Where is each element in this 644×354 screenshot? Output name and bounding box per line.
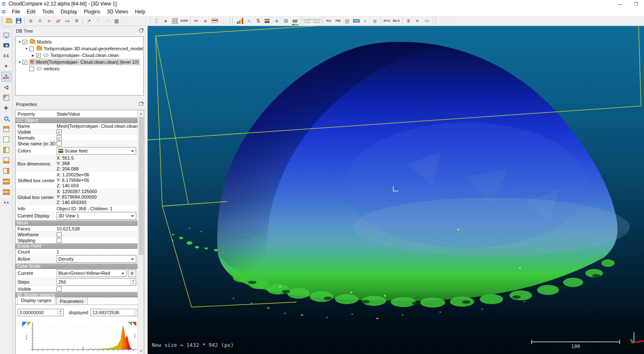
pick-rotation-center-button[interactable]: + bbox=[1, 61, 11, 71]
colors-combobox[interactable]: Scalar field bbox=[57, 147, 136, 155]
checkbox[interactable] bbox=[57, 141, 62, 146]
tree-checkbox[interactable]: ✓ bbox=[36, 53, 41, 58]
current-combobox[interactable]: Blue>Green>Yellow>Red bbox=[57, 269, 127, 277]
float-panel-icon[interactable] bbox=[139, 102, 143, 106]
canupo-classify-button[interactable]: CANUPOClassify bbox=[312, 16, 321, 26]
tree-item[interactable]: ▶✓Torbjornskjaer- Cloud.clean.clean bbox=[16, 52, 143, 59]
spline-tool-button[interactable]: S bbox=[404, 16, 413, 26]
checkbox[interactable] bbox=[57, 232, 62, 237]
spinner-arrows[interactable]: ▲▼ bbox=[57, 309, 63, 316]
menu-edit[interactable]: Edit bbox=[23, 8, 39, 16]
display-settings-button[interactable] bbox=[1, 30, 11, 40]
mesh-sphere-tool-button[interactable]: ◉ bbox=[370, 16, 379, 26]
tree-checkbox[interactable] bbox=[29, 67, 34, 71]
sf-range-min-spinbox[interactable]: 3.00000000 ▲▼ bbox=[18, 309, 64, 316]
label-connected-components-button[interactable] bbox=[170, 16, 179, 26]
clone-entity-button[interactable]: ⇄ bbox=[54, 16, 63, 26]
checkbox[interactable] bbox=[57, 287, 62, 292]
add-point-button[interactable]: + bbox=[44, 16, 54, 26]
previous-camera-button[interactable]: ◁ bbox=[1, 82, 11, 92]
subsample-cloud-button[interactable]: ∴ bbox=[103, 16, 112, 26]
scroll-down-arrow[interactable]: ▼ bbox=[138, 348, 144, 354]
tree-checkbox[interactable]: ✓ bbox=[23, 40, 27, 44]
mls-smoothing-button[interactable]: MLS bbox=[392, 16, 401, 26]
sf-tools-button[interactable]: SF bbox=[291, 16, 300, 26]
checkbox[interactable]: ✓ bbox=[57, 129, 62, 134]
compute-octree-button[interactable]: ▦ bbox=[112, 16, 121, 26]
render-canvas[interactable] bbox=[148, 26, 644, 354]
view-top-button[interactable] bbox=[1, 124, 11, 134]
pan-view-button[interactable]: ✛ bbox=[1, 103, 11, 113]
spline-fit-button[interactable]: S. bbox=[413, 16, 422, 26]
apply-transformation-button[interactable]: ↦ bbox=[63, 16, 72, 26]
tree-expander-icon[interactable]: ▼ bbox=[24, 47, 29, 51]
current-display-combobox[interactable]: 3D View 1 bbox=[57, 212, 136, 220]
properties-scrollbar[interactable]: ▲ ▼ bbox=[138, 110, 144, 354]
tab-parameters[interactable]: Parameters bbox=[56, 297, 88, 305]
menu-help[interactable]: Help bbox=[132, 8, 149, 16]
rotate-view-button[interactable]: + bbox=[201, 16, 210, 26]
tree-item[interactable]: ▼Torbjornskjaer-3D-manual-georeferenced_… bbox=[16, 45, 143, 52]
tree-item[interactable]: ▼✓Mesh[Torbjornskjaer- Cloud.clean.clean… bbox=[16, 59, 143, 65]
screenshot-button[interactable] bbox=[1, 40, 11, 50]
csv-export-button[interactable]: CSV bbox=[352, 16, 361, 26]
perspective-view-button[interactable] bbox=[1, 93, 11, 103]
global-zoom-button[interactable]: ⊕ bbox=[26, 16, 35, 26]
toolbar-drag-handle[interactable] bbox=[232, 17, 234, 25]
tree-expander-icon[interactable]: ▶ bbox=[31, 54, 36, 57]
view-iso-button[interactable] bbox=[1, 134, 11, 145]
restore-button[interactable]: ❐ bbox=[628, 0, 644, 8]
scrollbar-thumb[interactable] bbox=[139, 117, 143, 255]
stereo-mode-button[interactable] bbox=[1, 197, 11, 207]
tree-item-row[interactable]: Torbjornskjaer- Cloud.clean.clean bbox=[42, 52, 120, 59]
canupo-create-button[interactable]: CANUPOCreate bbox=[303, 16, 312, 26]
open-file-button[interactable] bbox=[5, 16, 14, 26]
sf-gaussian-filter-button[interactable]: ∿ bbox=[244, 16, 254, 26]
show-histogram-button[interactable] bbox=[235, 16, 244, 26]
tree-item-row[interactable]: Mesh[Torbjornskjaer- Cloud.clean.clean] … bbox=[29, 59, 140, 65]
toolbar-drag-handle[interactable] bbox=[2, 17, 4, 25]
sf-add-button[interactable]: + bbox=[272, 16, 281, 26]
toolbar-drag-handle[interactable] bbox=[3, 27, 10, 29]
active-combobox[interactable]: Density bbox=[57, 255, 136, 263]
menu-tools[interactable]: Tools bbox=[39, 8, 57, 16]
menu-file[interactable]: File bbox=[8, 8, 23, 16]
tree-checkbox[interactable] bbox=[29, 47, 34, 51]
zoom-1-1-button[interactable]: 1:1 bbox=[1, 51, 11, 61]
toolbar-drag-handle[interactable] bbox=[435, 17, 437, 25]
minimize-button[interactable]: — bbox=[612, 0, 628, 8]
checkbox[interactable]: ✓ bbox=[57, 135, 62, 140]
steps-spinbox[interactable]: 256▲▼ bbox=[57, 278, 136, 286]
view-front-button[interactable]: FRONT bbox=[1, 176, 11, 186]
delete-scalar-field-button[interactable] bbox=[263, 16, 272, 26]
float-panel-icon[interactable] bbox=[139, 29, 143, 32]
view-left-button[interactable] bbox=[1, 145, 11, 155]
sf-arithmetic-button[interactable]: ⊞ bbox=[281, 16, 291, 26]
sf-min-max-button[interactable]: ⇅ bbox=[254, 16, 263, 26]
view-right-button[interactable] bbox=[1, 166, 11, 176]
color-scale-gear-button[interactable]: ✱ bbox=[128, 269, 136, 277]
menu-3d-views[interactable]: 3D Views bbox=[104, 8, 131, 16]
view-back-button[interactable]: BACK bbox=[1, 187, 11, 197]
main-properties-button[interactable]: ≡ bbox=[35, 16, 44, 26]
translate-rotate-button[interactable]: ↗ bbox=[84, 16, 93, 26]
menu-plugins[interactable]: Plugins bbox=[80, 8, 104, 16]
kd-tree-button[interactable]: Kd bbox=[324, 16, 333, 26]
sphere-tool-button[interactable]: ◐ bbox=[361, 16, 370, 26]
spinner-arrows[interactable]: ▲▼ bbox=[130, 279, 136, 285]
viewport-3d[interactable]: New size = 1432 * 942 (px) 100 bbox=[148, 26, 644, 354]
point-picking-button[interactable]: ↑ bbox=[93, 16, 103, 26]
delete-entity-button[interactable]: × bbox=[72, 16, 81, 26]
sor-filter-button[interactable]: SOR bbox=[179, 16, 189, 26]
sample-points-on-mesh-button[interactable]: ● bbox=[161, 16, 170, 26]
auto-pick-rotation-center-button[interactable]: +auto bbox=[1, 72, 11, 82]
tree-item-row[interactable]: Models bbox=[29, 39, 53, 45]
menu-display[interactable]: Display bbox=[57, 8, 80, 16]
tree-expander-icon[interactable]: ▼ bbox=[17, 40, 22, 44]
fm-tool-button[interactable]: FM bbox=[333, 16, 343, 26]
checkbox[interactable] bbox=[57, 238, 62, 243]
sf-histogram[interactable]: () bbox=[16, 320, 138, 354]
tree-item-row[interactable]: Torbjornskjaer-3D-manual-georeferenced_m… bbox=[35, 45, 144, 52]
view-bottom-button[interactable] bbox=[1, 155, 11, 165]
tree-item[interactable]: vertices bbox=[16, 65, 143, 72]
